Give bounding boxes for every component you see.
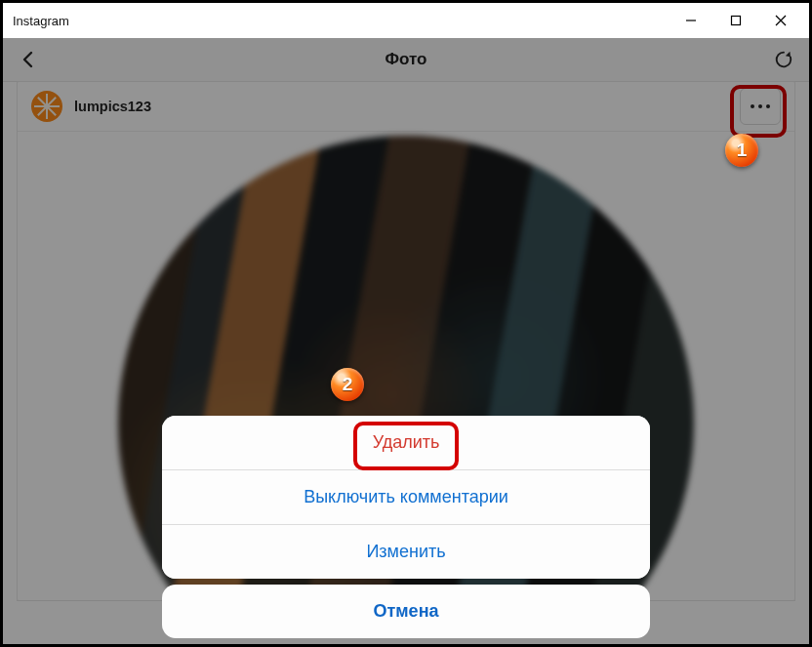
edit-button[interactable]: Изменить bbox=[162, 524, 650, 579]
window-close-button[interactable] bbox=[758, 7, 803, 34]
window-maximize-button[interactable] bbox=[713, 7, 758, 34]
cancel-button[interactable]: Отмена bbox=[162, 585, 650, 638]
window-title: Instagram bbox=[9, 14, 69, 28]
action-sheet: Удалить Выключить комментарии Изменить bbox=[162, 416, 650, 579]
svg-rect-1 bbox=[732, 17, 741, 25]
window-titlebar: Instagram bbox=[3, 3, 809, 38]
delete-button[interactable]: Удалить bbox=[162, 416, 650, 469]
disable-comments-button[interactable]: Выключить комментарии bbox=[162, 469, 650, 524]
modal-overlay[interactable]: Удалить Выключить комментарии Изменить О… bbox=[3, 38, 809, 644]
window-minimize-button[interactable] bbox=[669, 7, 713, 34]
cancel-sheet: Отмена bbox=[162, 585, 650, 638]
